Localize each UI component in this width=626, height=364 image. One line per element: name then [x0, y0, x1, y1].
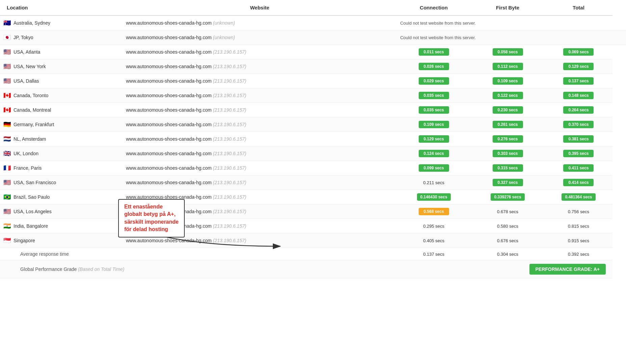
website-cell: www.autonomous-shoes-canada-hg.com (213.… — [123, 175, 397, 190]
location-cell: 🇧🇷Brazil, Sao Paulo — [0, 190, 123, 204]
location-name: Brazil, Sao Paulo — [14, 194, 50, 200]
metric-badge-green: 0.129 secs — [419, 135, 449, 143]
metric-badge-green: 0.035 secs — [419, 92, 449, 99]
metric-badge-green: 0.011 secs — [419, 48, 449, 56]
total-cell: 0.411 secs — [545, 161, 612, 175]
table-row: 🇺🇸USA, Los Angeleswww.autonomous-shoes-c… — [0, 204, 626, 219]
firstbyte-cell: 0.276 secs — [471, 132, 545, 146]
website-cell: www.autonomous-shoes-canada-hg.com (213.… — [123, 45, 397, 59]
annotation-text: Ett enastående globalt betyg på A+, särs… — [124, 203, 179, 233]
metric-badge-green: 0.029 secs — [419, 77, 449, 85]
error-cell: Could not test website from this server. — [397, 30, 612, 45]
website-domain: www.autonomous-shoes-canada-hg.com — [126, 180, 212, 185]
flag-icon: 🇺🇸 — [3, 48, 11, 56]
header-location: Location — [0, 0, 123, 16]
website-domain: www.autonomous-shoes-canada-hg.com — [126, 151, 212, 156]
firstbyte-cell: 0.109 secs — [471, 74, 545, 88]
flag-icon: 🇨🇦 — [3, 92, 11, 99]
website-domain: www.autonomous-shoes-canada-hg.com — [126, 165, 212, 171]
table-row: 🇺🇸USA, Atlantawww.autonomous-shoes-canad… — [0, 45, 626, 59]
website-ip: (213.190.6.157) — [213, 194, 246, 200]
website-ip: (213.190.6.157) — [213, 122, 246, 127]
annotation-box: Ett enastående globalt betyg på A+, särs… — [118, 199, 185, 237]
website-domain: www.autonomous-shoes-canada-hg.com — [126, 136, 212, 142]
location-name: Australia, Sydney — [14, 20, 50, 26]
location-name: USA, San Francisco — [14, 180, 56, 185]
firstbyte-cell: 0.112 secs — [471, 59, 545, 74]
metric-badge-green: 0.035 secs — [419, 106, 449, 114]
metric-plain: 0.815 secs — [568, 224, 589, 229]
connection-cell: 0.129 secs — [397, 132, 471, 146]
metric-badge-green: 0.315 secs — [493, 164, 523, 172]
website-domain: www.autonomous-shoes-canada-hg.com — [126, 35, 212, 40]
location-cell: 🇺🇸USA, Dallas — [0, 74, 123, 88]
website-cell: www.autonomous-shoes-canada-hg.com (213.… — [123, 74, 397, 88]
metric-plain: 0.405 secs — [423, 238, 444, 243]
table-row: 🇺🇸USA, New Yorkwww.autonomous-shoes-cana… — [0, 59, 626, 74]
website-cell: www.autonomous-shoes-canada-hg.com (213.… — [123, 88, 397, 103]
location-cell: 🇨🇦Canada, Montreal — [0, 103, 123, 117]
location-name: USA, New York — [14, 64, 46, 69]
website-domain: www.autonomous-shoes-canada-hg.com — [126, 49, 212, 55]
total-cell: 0.137 secs — [545, 74, 612, 88]
firstbyte-cell: 0.678 secs — [471, 204, 545, 219]
flag-icon: 🇺🇸 — [3, 179, 11, 186]
website-domain: www.autonomous-shoes-canada-hg.com — [126, 93, 212, 98]
error-cell: Could not test website from this server. — [397, 16, 612, 30]
avg-connection: 0.137 secs — [397, 248, 471, 260]
metric-badge-green: 0.124 secs — [419, 150, 449, 157]
firstbyte-cell: 0.580 secs — [471, 219, 545, 233]
header-website: Website — [123, 0, 397, 16]
firstbyte-cell: 0.315 secs — [471, 161, 545, 175]
total-cell — [619, 16, 626, 30]
metric-plain: 0.211 secs — [423, 180, 444, 185]
flag-icon: 🇨🇦 — [3, 106, 11, 114]
metric-plain: 0.676 secs — [497, 238, 518, 243]
location-cell: 🇸🇬Singapore — [0, 233, 123, 248]
table-row: 🇯🇵JP, Tokyowww.autonomous-shoes-canada-h… — [0, 30, 626, 45]
location-name: Canada, Toronto — [14, 93, 48, 98]
table-row: 🇨🇦Canada, Torontowww.autonomous-shoes-ca… — [0, 88, 626, 103]
website-cell: www.autonomous-shoes-canada-hg.com (213.… — [123, 146, 397, 161]
metric-badge-green: 0.370 secs — [563, 121, 594, 128]
connection-cell: 0.405 secs — [397, 233, 471, 248]
website-ip: (213.190.6.157) — [213, 49, 246, 55]
total-cell: 0.481364 secs — [545, 190, 612, 204]
table-row: 🇬🇧UK, Londonwww.autonomous-shoes-canada-… — [0, 146, 626, 161]
total-cell: 0.381 secs — [545, 132, 612, 146]
grade-badge-cell: PERFORMANCE GRADE: A+ — [471, 260, 612, 278]
flag-icon: 🇺🇸 — [3, 77, 11, 85]
metric-badge-green: 0.395 secs — [563, 150, 594, 157]
metric-badge-green: 0.381 secs — [563, 135, 594, 143]
location-name: Germany, Frankfurt — [14, 122, 54, 127]
connection-cell: 0.035 secs — [397, 88, 471, 103]
metric-badge-green: 0.069 secs — [563, 48, 594, 56]
website-cell: www.autonomous-shoes-canada-hg.com (213.… — [123, 117, 397, 132]
total-cell: 0.370 secs — [545, 117, 612, 132]
avg-total: 0.392 secs — [545, 248, 612, 260]
metric-badge-green: 0.411 secs — [563, 164, 594, 172]
total-cell: 0.756 secs — [545, 204, 612, 219]
firstbyte-cell: 0.676 secs — [471, 233, 545, 248]
metric-badge-green: 0.099 secs — [419, 164, 449, 172]
location-name: USA, Los Angeles — [14, 209, 52, 214]
flag-icon: 🇮🇳 — [3, 222, 11, 230]
location-cell: 🇯🇵JP, Tokyo — [0, 30, 123, 45]
table-row: 🇺🇸USA, Dallaswww.autonomous-shoes-canada… — [0, 74, 626, 88]
flag-icon: 🇬🇧 — [3, 150, 11, 157]
location-cell: 🇺🇸USA, San Francisco — [0, 175, 123, 190]
location-name: NL, Amsterdam — [14, 136, 46, 142]
connection-cell: 0.109 secs — [397, 117, 471, 132]
metric-badge-green: 0.058 secs — [493, 48, 523, 56]
location-cell: 🇦🇺Australia, Sydney — [0, 16, 123, 30]
flag-icon: 🇳🇱 — [3, 135, 11, 143]
total-cell: 0.148 secs — [545, 88, 612, 103]
total-cell: 0.815 secs — [545, 219, 612, 233]
location-name: France, Paris — [14, 165, 42, 171]
flag-icon: 🇫🇷 — [3, 164, 11, 172]
metric-badge-green: 0.129 secs — [563, 63, 594, 70]
website-domain: www.autonomous-shoes-canada-hg.com — [126, 20, 212, 26]
error-message: Could not test website from this server. — [400, 35, 476, 40]
table-row: 🇫🇷France, Pariswww.autonomous-shoes-cana… — [0, 161, 626, 175]
metric-badge-green: 0.276 secs — [493, 135, 523, 143]
